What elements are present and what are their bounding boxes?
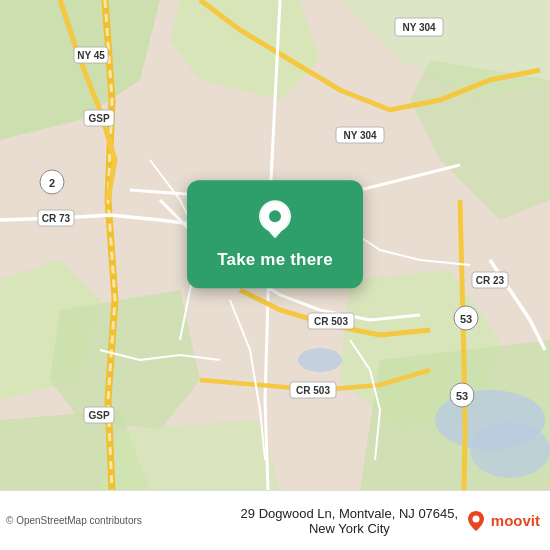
svg-marker-9: [100, 420, 280, 490]
map-container: NY 304 NY 45 GSP 2 CR 73 NY 304 CR 2 CR …: [0, 0, 550, 490]
svg-text:2: 2: [49, 177, 55, 189]
svg-text:NY 45: NY 45: [77, 50, 105, 61]
svg-text:NY 304: NY 304: [343, 130, 377, 141]
svg-point-42: [472, 515, 479, 522]
take-me-there-button[interactable]: Take me there: [217, 250, 333, 270]
svg-point-12: [470, 422, 550, 478]
footer-attribution: © OpenStreetMap contributors: [6, 515, 235, 526]
svg-text:53: 53: [460, 313, 472, 325]
location-pin-icon: [253, 198, 297, 242]
address-label: 29 Dogwood Ln, Montvale, NJ 07645, New Y…: [235, 506, 464, 536]
svg-text:CR 73: CR 73: [42, 213, 71, 224]
openstreetmap-attribution: © OpenStreetMap contributors: [6, 515, 142, 526]
svg-point-41: [269, 210, 281, 222]
svg-text:GSP: GSP: [88, 113, 109, 124]
svg-text:NY 304: NY 304: [402, 22, 436, 33]
svg-text:53: 53: [456, 390, 468, 402]
svg-point-13: [298, 348, 342, 372]
take-me-there-overlay[interactable]: Take me there: [187, 180, 363, 288]
svg-text:GSP: GSP: [88, 410, 109, 421]
svg-text:CR 23: CR 23: [476, 275, 505, 286]
moovit-logo: moovit: [464, 509, 540, 533]
svg-text:CR 503: CR 503: [314, 316, 348, 327]
moovit-icon: [464, 509, 488, 533]
svg-text:CR 503: CR 503: [296, 385, 330, 396]
moovit-brand-label: moovit: [491, 512, 540, 529]
footer-bar: © OpenStreetMap contributors 29 Dogwood …: [0, 490, 550, 550]
